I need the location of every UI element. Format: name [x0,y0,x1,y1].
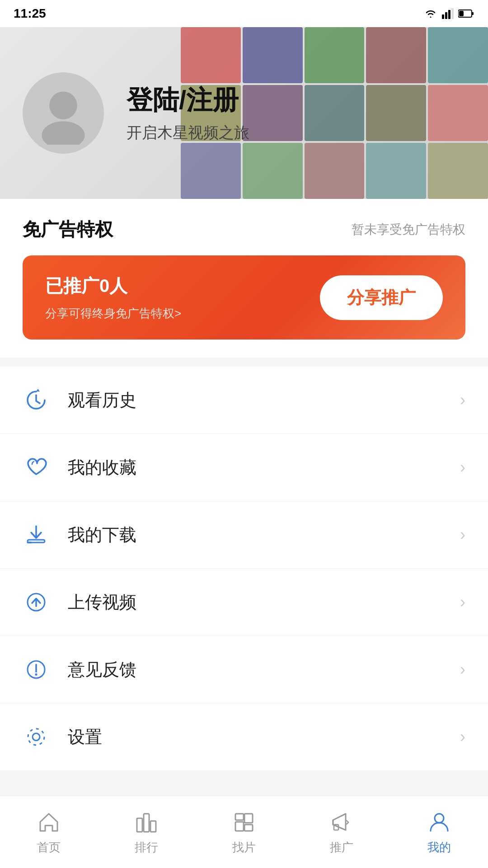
favorites-chevron: › [460,458,465,477]
menu-item-downloads[interactable]: 我的下载 › [0,501,488,569]
nav-item-ranking[interactable]: 排行 [98,796,195,868]
profile-text: 登陆/注册 开启木星视频之旅 [127,83,249,143]
favorites-label: 我的收藏 [68,456,460,479]
nav-item-mine[interactable]: 我的 [390,796,488,868]
svg-point-12 [35,674,38,676]
privilege-header: 免广告特权 暂未享受免广告特权 [23,217,465,242]
svg-rect-16 [144,814,149,832]
bottom-nav: 首页 排行 找片 [0,796,488,868]
banner-left: 已推广0人 分享可得终身免广告特权> [45,274,181,321]
status-time: 11:25 [14,6,46,21]
status-bar: 11:25 [0,0,488,27]
profile-subtitle: 开启木星视频之旅 [127,123,249,143]
svg-rect-21 [244,825,253,831]
profile-header[interactable]: 登陆/注册 开启木星视频之旅 [0,27,488,199]
download-icon [23,521,50,548]
svg-rect-18 [235,814,244,820]
svg-rect-3 [451,8,454,19]
status-icons [424,8,474,19]
signal-icon [442,8,454,19]
share-promote-button[interactable]: 分享推广 [320,275,443,320]
avatar-placeholder-icon [32,81,95,145]
feedback-label: 意见反馈 [68,658,460,681]
svg-rect-0 [442,14,444,19]
promote-nav-icon [328,809,355,836]
login-label: 登陆/注册 [127,83,249,118]
menu-item-favorites[interactable]: 我的收藏 › [0,434,488,501]
wifi-icon [424,8,437,19]
history-label: 观看历史 [68,389,460,412]
nav-item-promote[interactable]: 推广 [293,796,390,868]
svg-rect-15 [137,818,142,832]
find-nav-icon [230,809,258,836]
mine-nav-label: 我的 [427,840,451,855]
menu-item-settings[interactable]: 设置 › [0,703,488,770]
settings-label: 设置 [68,726,460,749]
privilege-title: 免广告特权 [23,217,113,242]
menu-item-history[interactable]: 观看历史 › [0,367,488,434]
avatar [23,72,104,154]
svg-point-23 [435,814,444,823]
menu-item-feedback[interactable]: 意见反馈 › [0,636,488,703]
menu-section: 观看历史 › 我的收藏 › 我的下载 › [0,367,488,770]
privilege-section: 免广告特权 暂未享受免广告特权 已推广0人 分享可得终身免广告特权> 分享推广 [0,199,488,358]
battery-icon [458,8,474,19]
svg-point-14 [28,729,44,745]
svg-point-13 [33,733,40,741]
promote-nav-label: 推广 [330,840,353,855]
upload-chevron: › [460,593,465,612]
settings-icon [23,723,50,750]
home-nav-label: 首页 [37,840,61,855]
nav-item-find[interactable]: 找片 [195,796,293,868]
svg-rect-1 [445,12,447,19]
downloads-chevron: › [460,525,465,544]
profile-content: 登陆/注册 开启木星视频之旅 [0,27,488,199]
home-nav-icon [35,809,62,836]
feedback-chevron: › [460,660,465,679]
downloads-label: 我的下载 [68,524,460,547]
upload-label: 上传视频 [68,591,460,614]
menu-item-upload[interactable]: 上传视频 › [0,569,488,636]
banner-share-desc: 分享可得终身免广告特权> [45,306,181,321]
find-nav-label: 找片 [232,840,256,855]
history-chevron: › [460,391,465,410]
mine-nav-icon [426,809,453,836]
svg-point-7 [49,91,77,119]
feedback-icon [23,656,50,683]
favorites-icon [23,454,50,481]
svg-rect-2 [448,10,450,19]
privilege-status: 暂未享受免广告特权 [352,221,465,238]
svg-rect-6 [459,11,464,16]
svg-rect-5 [472,12,474,15]
svg-rect-19 [235,822,244,831]
svg-point-8 [42,121,84,145]
ranking-nav-label: 排行 [135,840,158,855]
settings-chevron: › [460,727,465,746]
privilege-banner[interactable]: 已推广0人 分享可得终身免广告特权> 分享推广 [23,255,465,340]
nav-item-home[interactable]: 首页 [0,796,98,868]
upload-icon [23,589,50,616]
svg-rect-20 [244,814,253,823]
banner-promoted-count: 已推广0人 [45,274,181,298]
history-icon [23,387,50,414]
svg-rect-17 [150,821,156,832]
ranking-nav-icon [133,809,160,836]
